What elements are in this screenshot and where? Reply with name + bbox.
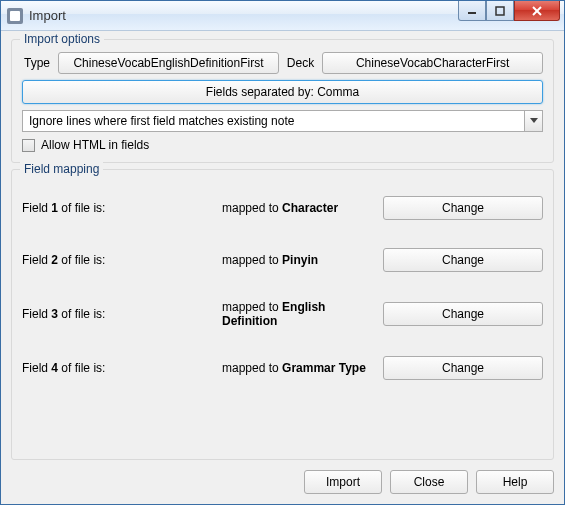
duplicate-handling-select[interactable]: Ignore lines where first field matches e… — [22, 110, 543, 132]
field-target-label: mapped to Character — [222, 201, 383, 215]
import-options-group: Import options Type ChineseVocabEnglishD… — [11, 39, 554, 163]
field-target-label: mapped to Grammar Type — [222, 361, 383, 375]
change-mapping-button[interactable]: Change — [383, 196, 543, 220]
window-controls — [458, 1, 564, 21]
field-source-label: Field 3 of file is: — [22, 307, 222, 321]
dropdown-arrow[interactable] — [524, 111, 542, 131]
change-mapping-button[interactable]: Change — [383, 356, 543, 380]
field-target-label: mapped to English Definition — [222, 300, 383, 328]
close-button[interactable] — [514, 1, 560, 21]
duplicate-handling-value: Ignore lines where first field matches e… — [23, 111, 524, 131]
minimize-icon — [467, 6, 477, 16]
field-mapping-group: Field mapping Field 1 of file is: mapped… — [11, 169, 554, 460]
minimize-button[interactable] — [458, 1, 486, 21]
import-window: Import Import options Type ChineseVocabE… — [0, 0, 565, 505]
maximize-button[interactable] — [486, 1, 514, 21]
note-type-button[interactable]: ChineseVocabEnglishDefinitionFirst — [58, 52, 279, 74]
change-mapping-button[interactable]: Change — [383, 248, 543, 272]
import-options-title: Import options — [20, 32, 104, 46]
help-button[interactable]: Help — [476, 470, 554, 494]
field-mapping-row: Field 2 of file is: mapped to Pinyin Cha… — [22, 234, 543, 286]
allow-html-row: Allow HTML in fields — [22, 138, 543, 152]
allow-html-label: Allow HTML in fields — [41, 138, 149, 152]
field-mapping-row: Field 4 of file is: mapped to Grammar Ty… — [22, 342, 543, 394]
field-target-label: mapped to Pinyin — [222, 253, 383, 267]
svg-marker-4 — [530, 118, 538, 123]
allow-html-checkbox[interactable] — [22, 139, 35, 152]
app-icon — [7, 8, 23, 24]
close-dialog-button[interactable]: Close — [390, 470, 468, 494]
svg-rect-1 — [496, 7, 504, 15]
content-area: Import options Type ChineseVocabEnglishD… — [1, 31, 564, 504]
field-mapping-row: Field 1 of file is: mapped to Character … — [22, 182, 543, 234]
field-mapping-row: Field 3 of file is: mapped to English De… — [22, 286, 543, 342]
field-source-label: Field 2 of file is: — [22, 253, 222, 267]
deck-label: Deck — [285, 56, 316, 70]
titlebar[interactable]: Import — [1, 1, 564, 31]
change-mapping-button[interactable]: Change — [383, 302, 543, 326]
type-label: Type — [22, 56, 52, 70]
window-title: Import — [29, 8, 66, 23]
type-deck-row: Type ChineseVocabEnglishDefinitionFirst … — [22, 52, 543, 74]
deck-button[interactable]: ChineseVocabCharacterFirst — [322, 52, 543, 74]
maximize-icon — [495, 6, 505, 16]
chevron-down-icon — [530, 118, 538, 124]
field-source-label: Field 4 of file is: — [22, 361, 222, 375]
close-icon — [531, 6, 543, 16]
field-mapping-title: Field mapping — [20, 162, 103, 176]
field-source-label: Field 1 of file is: — [22, 201, 222, 215]
import-button[interactable]: Import — [304, 470, 382, 494]
dialog-footer: Import Close Help — [11, 466, 554, 494]
field-separator-button[interactable]: Fields separated by: Comma — [22, 80, 543, 104]
